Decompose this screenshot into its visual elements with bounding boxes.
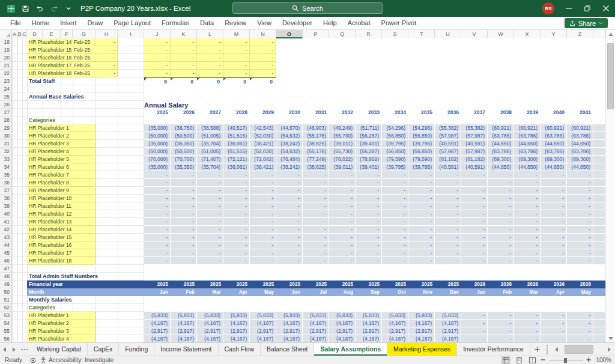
cell[interactable]: - <box>250 210 276 218</box>
cell[interactable]: HR Placeholder 7 <box>27 171 95 179</box>
cell[interactable]: - <box>461 335 488 342</box>
cell[interactable]: - <box>541 202 567 210</box>
cell[interactable]: (50,500) <box>171 132 197 140</box>
cell[interactable]: (4,167) <box>197 335 223 342</box>
cell[interactable] <box>593 327 605 335</box>
cell[interactable]: - <box>197 70 223 77</box>
cell[interactable]: Nov <box>408 288 435 296</box>
cell[interactable]: (55,178) <box>303 132 329 140</box>
row-header-47[interactable]: 47 <box>0 265 12 273</box>
cell[interactable]: - <box>541 179 567 187</box>
cell[interactable]: (44,650) <box>514 163 541 171</box>
cell[interactable]: (44,650) <box>488 163 514 171</box>
row-header-46[interactable]: 46 <box>0 257 12 265</box>
sheet-tab-balance-sheet[interactable]: Balance Sheet <box>261 343 314 356</box>
cell[interactable]: (4,167) <box>144 320 171 327</box>
cell[interactable]: Mar <box>197 288 223 296</box>
cell[interactable]: - <box>567 234 593 241</box>
cell[interactable]: (56,287) <box>356 148 382 156</box>
cell[interactable] <box>593 163 605 171</box>
cell[interactable] <box>593 218 605 226</box>
cell[interactable]: - <box>541 241 567 249</box>
cell[interactable]: (36,061) <box>223 163 250 171</box>
cell[interactable]: - <box>197 195 223 202</box>
row-header-41[interactable]: 41 <box>0 218 12 226</box>
cell[interactable]: (63,786) <box>541 148 567 156</box>
cell[interactable]: (4,167) <box>250 335 276 342</box>
cell[interactable]: (4,167) <box>408 335 435 342</box>
cell[interactable]: (57,987) <box>461 148 488 156</box>
cell[interactable]: - <box>567 195 593 202</box>
cell[interactable]: - <box>461 234 488 241</box>
cell[interactable]: 5 <box>144 77 171 85</box>
cell[interactable]: - <box>171 70 197 77</box>
cell[interactable]: 2038 <box>488 109 514 117</box>
cell[interactable]: (35,000) <box>144 124 171 132</box>
cell[interactable]: - <box>144 195 171 202</box>
cell[interactable]: - <box>171 234 197 241</box>
cell[interactable]: - <box>171 38 197 46</box>
cell[interactable]: (78,802) <box>356 156 382 163</box>
cell[interactable]: (44,650) <box>541 140 567 148</box>
cell[interactable]: - <box>408 218 435 226</box>
cell[interactable]: (63,786) <box>514 148 541 156</box>
search-box[interactable]: Search <box>232 2 383 14</box>
cell[interactable]: - <box>541 335 567 342</box>
cell[interactable]: - <box>223 38 250 46</box>
cell[interactable] <box>593 335 605 342</box>
cell[interactable]: (4,167) <box>382 320 408 327</box>
row-header-19[interactable]: 19 <box>0 46 12 54</box>
cell[interactable]: Monthly Salaries <box>27 296 147 304</box>
row-header-34[interactable]: 34 <box>0 163 12 171</box>
cell[interactable]: - <box>514 312 541 320</box>
cell[interactable]: (2,917) <box>382 327 408 335</box>
cell[interactable] <box>593 195 605 202</box>
cell[interactable]: - <box>382 241 408 249</box>
cell[interactable]: - <box>171 62 197 70</box>
cell[interactable]: - <box>250 70 276 77</box>
cell[interactable]: - <box>356 226 382 234</box>
cell[interactable]: - <box>567 187 593 195</box>
cell[interactable]: (39,795) <box>408 140 435 148</box>
cell[interactable]: - <box>197 218 223 226</box>
cell[interactable]: - <box>144 62 171 70</box>
scroll-down-icon[interactable] <box>606 334 615 342</box>
cell[interactable]: - <box>329 195 356 202</box>
cell[interactable]: (77,249) <box>303 156 329 163</box>
cell[interactable]: 2025 <box>303 281 329 288</box>
cell[interactable]: - <box>488 249 514 257</box>
cell[interactable]: - <box>144 38 171 46</box>
cell[interactable]: (4,167) <box>356 320 382 327</box>
column-header-f[interactable]: F <box>61 30 73 38</box>
cell[interactable]: - <box>250 54 276 62</box>
cell[interactable] <box>593 187 605 195</box>
cell[interactable]: - <box>250 179 276 187</box>
cell[interactable]: - <box>144 249 171 257</box>
cell[interactable]: Apr <box>223 288 250 296</box>
sheet-tab-income-statement[interactable]: Income Statement <box>154 343 218 356</box>
cell[interactable]: 2025 <box>197 281 223 288</box>
cell[interactable]: 2039 <box>514 109 541 117</box>
cell[interactable]: HR Placeholder 3 <box>27 327 95 335</box>
cell[interactable]: - <box>461 187 488 195</box>
cell[interactable]: (51,005) <box>197 148 223 156</box>
horizontal-scroll-track[interactable] <box>561 343 604 356</box>
cell[interactable]: - <box>171 210 197 218</box>
cell[interactable]: - <box>250 241 276 249</box>
row-header-27[interactable]: 27 <box>0 109 12 117</box>
cell[interactable]: (89,300) <box>488 156 514 163</box>
cell[interactable]: (40,591) <box>435 163 461 171</box>
cell[interactable]: (2,917) <box>144 327 171 335</box>
cell[interactable]: - <box>461 171 488 179</box>
cell[interactable]: HR Placeholder 18Feb-25- <box>27 70 118 77</box>
cell[interactable]: - <box>171 249 197 257</box>
column-header-e[interactable]: E <box>43 30 61 38</box>
row-header-20[interactable]: 20 <box>0 54 12 62</box>
close-button[interactable] <box>596 0 615 17</box>
cell[interactable]: HR Placeholder 15Feb-25- <box>27 46 118 54</box>
row-header-52[interactable]: 52 <box>0 304 12 312</box>
cell[interactable]: - <box>461 249 488 257</box>
row-header-30[interactable]: 30 <box>0 132 12 140</box>
cell[interactable] <box>593 171 605 179</box>
ribbon-tab-help[interactable]: Help <box>318 17 342 29</box>
